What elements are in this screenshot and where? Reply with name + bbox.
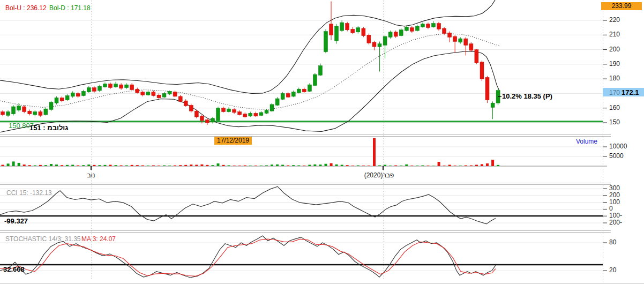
axis-tick-label: 190 xyxy=(609,60,620,68)
x-axis-label-nov: נוב xyxy=(79,171,103,179)
stochastic-pane-title: STOCHASTIC 14/3: 31.35 xyxy=(5,235,81,243)
axis-tick-label: 220 xyxy=(609,16,620,24)
axis-tick-label: 210 xyxy=(609,31,620,38)
axis-tick-label: 10000 xyxy=(609,143,627,150)
axis-tick-label: 160 xyxy=(609,104,620,111)
axis-tick-label: 150 xyxy=(609,118,620,126)
axis-tick-label: 200- xyxy=(609,219,622,226)
level-line-name-label[interactable]: 151 : מבולוג xyxy=(29,124,69,132)
current-price-value: 172.1 xyxy=(621,89,639,96)
date-flag[interactable]: 17/12/2019 xyxy=(214,137,252,145)
axis-tick-label: 5000 xyxy=(609,152,624,160)
bollinger-upper-label: Bol-U : 236.12 xyxy=(5,4,47,12)
axis-tick-label: 20 xyxy=(609,266,616,274)
axis-tick-label: 180 xyxy=(609,74,620,82)
bollinger-lower-label: Bol-D : 171.18 xyxy=(49,4,91,12)
axis-tick-label: 200 xyxy=(609,46,620,53)
axis-tick-label: 170 xyxy=(609,89,620,96)
stochastic-ma-label: MA 3: 24.07 xyxy=(81,235,116,243)
labels-overlay: Bol-U : 236.12 Bol-D : 171.18 233.99 172… xyxy=(0,0,644,284)
volume-pane-title: Volume xyxy=(576,138,597,145)
cci-level-label[interactable]: -99.327 xyxy=(4,218,28,225)
price-change-annotation[interactable]: 10.2% 18.35 (P) xyxy=(502,93,552,100)
price-extreme-tag: 233.99 xyxy=(601,2,642,10)
cci-pane-title: CCI 15: -132.13 xyxy=(6,189,52,197)
stochastic-level-label[interactable]: 32.668 xyxy=(3,266,25,273)
x-axis-label-feb: פבר(2020) xyxy=(354,171,405,179)
axis-tick-label: 80 xyxy=(609,238,616,246)
trading-chart-app: Bol-U : 236.12 Bol-D : 171.18 233.99 172… xyxy=(0,0,644,284)
